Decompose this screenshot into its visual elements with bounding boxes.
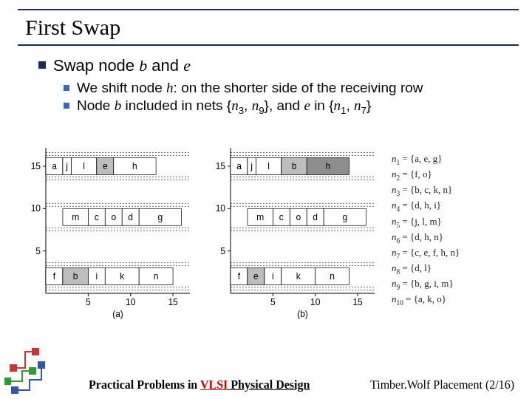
svg-text:j: j	[250, 161, 253, 171]
svg-text:c: c	[279, 212, 284, 222]
svg-text:10: 10	[31, 203, 41, 214]
svg-text:5: 5	[270, 297, 276, 307]
row-placement-chart: 5101551015ajlehmcodgfbikn(a)5101551015aj…	[24, 142, 393, 334]
text-fragment: ,	[244, 98, 252, 113]
svg-text:a: a	[52, 161, 57, 171]
net-legend: n1 = {a, e, g}n2 = {f, o}n3 = {b, c, k, …	[392, 152, 517, 309]
footer-acronym: VLSI	[200, 378, 228, 391]
net-row: n7 = {c, e, f, h, n}	[392, 246, 517, 262]
svg-text:10: 10	[310, 297, 321, 307]
svg-text:n: n	[154, 271, 159, 282]
svg-text:15: 15	[352, 297, 363, 307]
svg-text:15: 15	[168, 297, 178, 307]
svg-rect-116	[4, 378, 10, 384]
svg-text:(b): (b)	[297, 309, 308, 319]
svg-text:h: h	[132, 161, 137, 171]
svg-rect-115	[33, 349, 38, 355]
svg-text:m: m	[72, 212, 79, 222]
bullet-l2: We shift node h: on the shorter side of …	[64, 80, 502, 96]
svg-text:g: g	[158, 212, 163, 222]
svg-text:b: b	[292, 161, 297, 171]
svg-text:o: o	[111, 212, 116, 222]
net-row: n2 = {f, o}	[392, 168, 517, 183]
var-e: e	[304, 98, 310, 113]
subscript: 9	[259, 105, 264, 116]
sub-bullets: We shift node h: on the shorter side of …	[64, 80, 502, 116]
net-row: n1 = {a, e, g}	[392, 152, 517, 168]
svg-text:15: 15	[31, 161, 41, 171]
var-n: n	[354, 98, 361, 113]
svg-text:15: 15	[216, 161, 226, 171]
svg-text:5: 5	[220, 246, 225, 256]
svg-text:i: i	[95, 271, 98, 282]
svg-text:h: h	[326, 161, 331, 171]
svg-text:a: a	[236, 161, 242, 171]
footer-left: Practical Problems in VLSI Physical Desi…	[89, 378, 310, 392]
square-bullet-icon	[64, 103, 69, 109]
svg-rect-117	[30, 368, 35, 374]
net-row: n5 = {j, l, m}	[392, 215, 517, 231]
var-h: h	[166, 80, 174, 95]
svg-text:b: b	[73, 271, 78, 282]
title-bar: First Swap	[18, 9, 519, 46]
text-fragment: and	[147, 56, 183, 75]
svg-text:m: m	[256, 212, 264, 222]
svg-text:(a): (a)	[112, 309, 123, 319]
text-fragment: Swap node	[53, 56, 139, 75]
footer: Practical Problems in VLSI Physical Desi…	[0, 378, 532, 392]
svg-text:10: 10	[126, 297, 136, 307]
svg-text:e: e	[253, 271, 259, 282]
svg-rect-114	[10, 365, 16, 371]
text-fragment: Physical Design	[228, 378, 310, 391]
svg-text:e: e	[103, 161, 108, 171]
var-e: e	[183, 56, 191, 75]
net-row: n10 = {a, k, o}	[392, 293, 517, 308]
corner-decoration-icon	[4, 343, 64, 395]
var-b: b	[139, 56, 147, 75]
svg-text:d: d	[128, 212, 133, 222]
net-row: n4 = {d, h, i}	[392, 199, 517, 214]
svg-text:g: g	[343, 212, 348, 222]
text-fragment: }	[366, 98, 371, 113]
var-n: n	[231, 98, 239, 113]
svg-text:n: n	[330, 271, 335, 282]
svg-text:c: c	[95, 212, 99, 222]
bullet-l1-text: Swap node b and e	[53, 56, 191, 75]
content-block: Swap node b and e We shift node h: on th…	[38, 56, 502, 116]
svg-text:k: k	[120, 271, 125, 282]
text-fragment: in {	[310, 98, 334, 113]
svg-rect-118	[12, 387, 18, 393]
svg-text:k: k	[296, 271, 301, 282]
subscript: 3	[239, 105, 244, 116]
net-row: n3 = {b, c, k, n}	[392, 183, 517, 199]
svg-rect-119	[38, 362, 44, 368]
text-fragment: ,	[346, 98, 354, 113]
slide-title: First Swap	[18, 15, 120, 40]
bullet-l2: Node b included in nets {n3, n9}, and e …	[64, 98, 502, 116]
svg-text:5: 5	[86, 297, 91, 307]
text-fragment: We shift node	[77, 80, 166, 95]
square-bullet-icon	[38, 61, 46, 69]
text-fragment: Node	[77, 98, 115, 113]
svg-text:j: j	[65, 161, 68, 171]
svg-text:l: l	[267, 161, 270, 171]
bullet-l2-text: We shift node h: on the shorter side of …	[77, 80, 423, 96]
bullet-l1: Swap node b and e	[38, 56, 502, 75]
net-row: n8 = {d, l}	[392, 262, 517, 277]
svg-text:l: l	[83, 161, 85, 171]
var-n: n	[252, 98, 259, 113]
bullet-l2-text: Node b included in nets {n3, n9}, and e …	[77, 98, 371, 116]
square-bullet-icon	[64, 85, 69, 91]
text-fragment: : on the shorter side of the receiving r…	[174, 80, 423, 95]
net-row: n9 = {b, g, i, m}	[392, 277, 517, 293]
svg-text:10: 10	[216, 203, 226, 214]
text-fragment: Practical Problems in	[89, 378, 200, 391]
text-fragment: included in nets {	[121, 98, 231, 113]
footer-right: Timber.Wolf Placement (2/16)	[370, 378, 514, 392]
net-row: n6 = {d, h, n}	[392, 231, 517, 246]
subscript: 7	[361, 105, 366, 116]
text-fragment: }, and	[265, 98, 304, 113]
svg-text:d: d	[313, 212, 318, 222]
var-n: n	[334, 98, 341, 113]
svg-text:o: o	[296, 212, 301, 222]
